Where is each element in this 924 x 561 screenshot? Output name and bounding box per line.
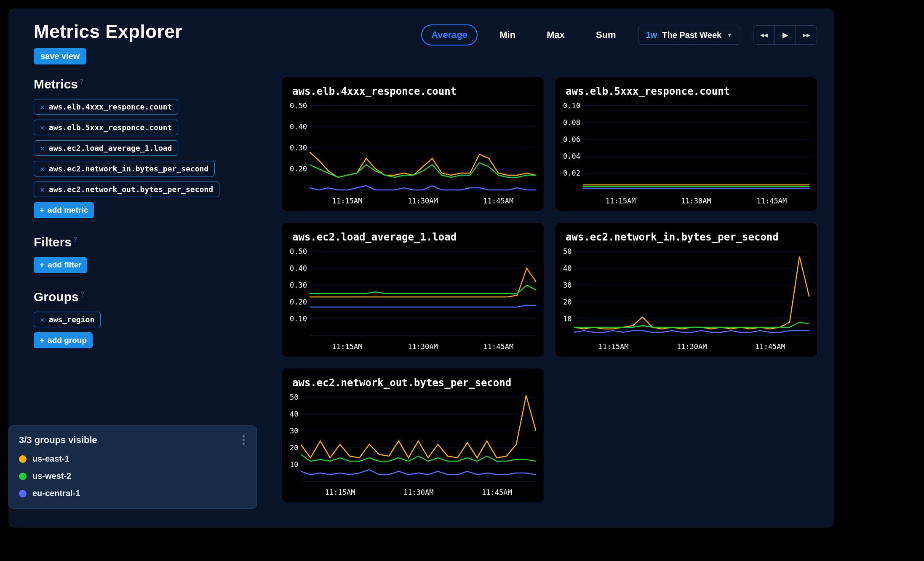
- legend-swatch-icon: [19, 473, 27, 480]
- plus-icon: +: [40, 206, 44, 215]
- plot-area: 11:15AM11:30AM11:45AM: [310, 247, 536, 351]
- y-tick: 0.50: [290, 247, 307, 256]
- series-eu-central-1: [574, 331, 809, 332]
- series-us-west-2: [310, 163, 536, 177]
- aggregation-sum[interactable]: Sum: [587, 25, 625, 45]
- groups-title: Groups ?: [34, 290, 261, 304]
- plot-area: 11:15AM11:30AM11:45AM: [583, 102, 809, 205]
- remove-icon[interactable]: ✕: [40, 315, 45, 324]
- metric-chip-label: aws.ec2.load_average_1.load: [49, 144, 172, 152]
- group-chip-label: aws_region: [49, 315, 94, 324]
- y-tick: 0.30: [290, 281, 307, 289]
- metric-chip-label: aws.elb.5xxx_responce.count: [49, 123, 172, 132]
- nav-next-fast-button[interactable]: ▸▸: [796, 26, 817, 44]
- y-tick: 0.40: [290, 123, 307, 131]
- series-eu-central-1: [310, 305, 536, 307]
- header-controls: Average Min Max Sum 1w The Past Week ▼ ◂…: [421, 24, 817, 45]
- x-tick: 11:15AM: [606, 197, 636, 205]
- x-axis: 11:15AM11:30AM11:45AM: [310, 197, 536, 205]
- y-tick: 40: [563, 264, 571, 272]
- series-us-east-1: [574, 256, 809, 329]
- legend-item[interactable]: eu-central-1: [19, 489, 246, 498]
- x-tick: 11:30AM: [677, 342, 707, 351]
- play-icon: ▶: [782, 30, 788, 40]
- add-group-button[interactable]: +add group: [34, 332, 93, 348]
- plus-icon: +: [40, 336, 44, 345]
- metric-chip[interactable]: ✕aws.ec2.network_out.bytes_per_second: [34, 182, 219, 197]
- legend-item[interactable]: us-west-2: [19, 471, 246, 481]
- remove-icon[interactable]: ✕: [40, 102, 45, 111]
- time-range-picker[interactable]: 1w The Past Week ▼: [638, 26, 740, 45]
- chart-card-elb4xxx[interactable]: aws.elb.4xxx_responce.count 0.500.400.30…: [282, 77, 544, 211]
- y-tick: 0.30: [290, 144, 307, 152]
- save-view-button[interactable]: save view: [34, 48, 86, 64]
- remove-icon[interactable]: ✕: [40, 123, 45, 132]
- x-tick: 11:15AM: [332, 342, 363, 351]
- chart-card-loadavg[interactable]: aws.ec2.load_average_1.load 0.500.400.30…: [282, 223, 544, 357]
- chart-svg: [310, 102, 536, 194]
- plot-area: 11:15AM11:30AM11:45AM: [574, 247, 809, 351]
- page-title: Metrics Explorer: [34, 21, 182, 42]
- plot-area: 11:15AM11:30AM11:45AM: [301, 393, 536, 497]
- remove-icon[interactable]: ✕: [40, 144, 45, 152]
- chart-card-elb5xxx[interactable]: aws.elb.5xxx_responce.count 0.100.080.06…: [555, 77, 817, 211]
- add-filter-button[interactable]: +add filter: [34, 257, 87, 273]
- metric-chip[interactable]: ✕aws.ec2.network_in.bytes_per_second: [34, 161, 215, 176]
- groups-title-text: Groups: [34, 290, 79, 304]
- kebab-menu-icon[interactable]: [241, 433, 246, 446]
- metric-chip[interactable]: ✕aws.ec2.load_average_1.load: [34, 140, 178, 156]
- y-tick: 30: [563, 281, 571, 289]
- remove-icon[interactable]: ✕: [40, 164, 45, 173]
- y-tick: 20: [290, 443, 298, 452]
- legend-item-label: us-east-1: [32, 454, 69, 464]
- metric-chip-label: aws.ec2.network_out.bytes_per_second: [49, 185, 213, 194]
- nav-prev-fast-button[interactable]: ◂◂: [753, 26, 774, 44]
- chart-svg: [301, 393, 536, 486]
- charts-grid: aws.elb.4xxx_responce.count 0.500.400.30…: [282, 77, 817, 502]
- aggregation-average[interactable]: Average: [421, 24, 478, 45]
- series-us-east-1: [301, 395, 536, 458]
- y-axis: 50403020100: [290, 393, 301, 486]
- y-tick: 0.02: [563, 169, 580, 177]
- x-tick: 11:30AM: [408, 197, 438, 205]
- chart-body: 0.500.400.300.200.10 11:15AM11:30AM11:45…: [290, 102, 536, 205]
- chart-title: aws.elb.4xxx_responce.count: [292, 85, 536, 97]
- help-icon[interactable]: ?: [80, 78, 84, 85]
- filters-title-text: Filters: [34, 235, 72, 249]
- caret-down-icon: ▼: [726, 32, 732, 38]
- group-chip[interactable]: ✕aws_region: [34, 312, 101, 327]
- series-eu-central-1: [301, 470, 536, 475]
- y-tick: 40: [290, 410, 298, 418]
- y-tick: 0.40: [290, 264, 307, 272]
- chart-card-netout[interactable]: aws.ec2.network_out.bytes_per_second 504…: [282, 369, 544, 502]
- series-us-west-2: [301, 454, 536, 461]
- legend-header: 3/3 groups visible: [19, 433, 246, 446]
- metric-chip[interactable]: ✕aws.elb.4xxx_responce.count: [34, 99, 178, 115]
- aggregation-min[interactable]: Min: [490, 25, 525, 45]
- metric-chip[interactable]: ✕aws.elb.5xxx_responce.count: [34, 120, 178, 135]
- metrics-chip-list: ✕aws.elb.4xxx_responce.count ✕aws.elb.5x…: [34, 99, 261, 218]
- help-icon[interactable]: ?: [80, 291, 85, 298]
- chart-title: aws.elb.5xxx_responce.count: [566, 85, 809, 97]
- legend-title: 3/3 groups visible: [19, 435, 97, 446]
- chart-card-netin[interactable]: aws.ec2.network_in.bytes_per_second 5040…: [555, 223, 817, 357]
- chart-title: aws.ec2.load_average_1.load: [292, 231, 536, 243]
- aggregation-max[interactable]: Max: [537, 25, 574, 45]
- add-metric-button[interactable]: +add metric: [34, 202, 94, 218]
- nav-play-button[interactable]: ▶: [774, 26, 796, 44]
- x-axis: 11:15AM11:30AM11:45AM: [574, 342, 809, 351]
- metrics-title-text: Metrics: [34, 77, 78, 91]
- series-us-east-1: [310, 152, 536, 177]
- aggregation-row: Average Min Max Sum: [421, 24, 625, 45]
- legend-item[interactable]: us-east-1: [19, 454, 246, 464]
- series-eu-central-1: [310, 186, 536, 190]
- time-range-label: The Past Week: [662, 30, 721, 40]
- x-tick: 11:45AM: [483, 342, 513, 351]
- chart-body: 50403020100 11:15AM11:30AM11:45AM: [290, 393, 536, 497]
- chart-title: aws.ec2.network_in.bytes_per_second: [566, 231, 809, 243]
- remove-icon[interactable]: ✕: [40, 185, 45, 194]
- help-icon[interactable]: ?: [73, 236, 77, 243]
- filters-chip-list: +add filter: [34, 257, 261, 273]
- time-range-short: 1w: [646, 30, 657, 40]
- legend-item-label: eu-central-1: [32, 489, 80, 498]
